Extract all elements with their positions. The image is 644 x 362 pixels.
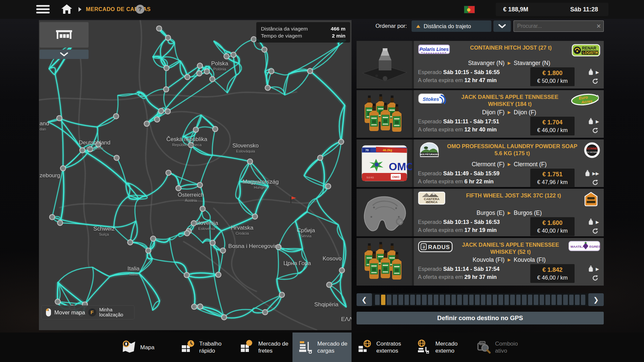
page-tick[interactable] [428,295,433,305]
page-tick[interactable] [481,295,486,305]
chevron-down-icon [60,52,68,57]
nav-tab-label: Mercado defretes [258,340,288,354]
nav-tab-label: Mercadoexterno [435,340,458,354]
page-tick[interactable] [410,295,415,305]
page-tick[interactable] [375,295,380,305]
urgency-chevron-icon: ▶ [596,220,599,225]
previous-page-button[interactable]: ❮ [357,293,372,306]
cargo-offer-card[interactable]: Stokes JACK DANIEL'S APPLE TENNESSEE WHI… [357,90,604,138]
cargo-image: 70 46.2kg OMO OMO 5.6 KG [357,139,412,187]
map-canvas[interactable] [39,20,352,330]
page-tick[interactable] [493,295,497,305]
page-tick[interactable] [522,295,527,305]
svg-text:OMO: OMO [389,161,412,173]
cargo-image [357,189,412,236]
page-tick[interactable] [475,295,480,305]
page-tick[interactable] [457,295,462,305]
page-tick[interactable] [504,295,509,305]
page-tick[interactable] [575,295,580,305]
page-tick[interactable] [534,295,538,305]
page-tick[interactable] [469,295,474,305]
trip-time-label: Tempo de viagem [261,32,302,39]
price-value: € 1.751 [530,170,575,178]
page-tick[interactable] [557,295,562,305]
my-location-label: Minha localização [99,307,130,317]
svg-text:LOGISTIK: LOGISTIK [583,51,599,55]
trip-time-value: 2 min [332,32,345,39]
next-page-button[interactable]: ❯ [588,293,604,306]
page-tick[interactable] [393,295,397,305]
map-layer-button[interactable] [40,22,89,48]
page-tick[interactable] [510,295,515,305]
route-arrow-icon: ▶ [507,257,511,262]
map-collapse-button[interactable] [40,50,89,59]
price-value: € 1.800 [530,69,575,77]
set-gps-destination-button[interactable]: Definir como destino no GPS [357,312,604,324]
nav-tab-quickjob[interactable]: Trabalhorápido [174,333,233,362]
nav-tab-label: Comboioativo [495,340,518,354]
page-tick[interactable] [405,295,409,305]
menu-icon[interactable] [36,5,50,14]
return-job-icon [592,275,598,281]
cargo-route: Stavanger (N)▶Stavanger (N) [418,60,600,67]
shipper-logo: NOS PÂTURAGES [418,142,441,159]
nav-tab-extmarket[interactable]: Mercadoexterno [411,333,470,362]
page-tick[interactable] [463,295,468,305]
cargo-route: Kouvola (FI)▶Kouvola (FI) [418,256,600,263]
trip-distance-label: Distância da viagem [261,25,308,32]
cargo-offer-card[interactable]: 70 46.2kg OMO OMO 5.6 KG NOS PÂTURAGES O… [357,139,604,187]
sort-dropdown-button[interactable] [493,20,511,32]
clear-search-icon[interactable]: ✕ [596,23,601,30]
page-tick[interactable] [551,295,556,305]
page-tick[interactable] [528,295,533,305]
money-balance: € 188,9M [503,6,528,13]
search-box: ✕ [514,20,604,32]
map-controls-hint: Mover mapa F Minha localização [41,305,135,319]
page-tick[interactable] [540,295,544,305]
nav-tab-extcontracts[interactable]: Contratosexternos [352,333,411,362]
page-tick[interactable] [563,295,568,305]
price-value: € 1.842 [530,266,575,274]
page-tick[interactable] [516,295,521,305]
cargo-times: Esperado Sáb 10:13 - Sáb 16:53 A oferta … [418,217,530,236]
sort-dropdown[interactable]: Distância do trajeto [412,20,491,32]
help-button[interactable]: ? [136,5,145,14]
page-tick[interactable] [422,295,427,305]
svg-text:RENAR: RENAR [582,46,596,51]
page-tick[interactable] [387,295,391,305]
page-tick[interactable] [581,295,586,305]
page-tick[interactable] [440,295,444,305]
page-tick[interactable] [545,295,550,305]
page-tick[interactable] [434,295,438,305]
page-tick-active[interactable] [381,295,386,305]
cargo-offer-card[interactable]: Ǝ RADUS JACK DANIEL'S APPLE TENNESSEE WH… [357,238,604,286]
urgency-chevrons-icon: ▶▶ [592,171,599,176]
page-tick[interactable] [398,295,403,305]
receiver-logo: RENAR LOGISTIK [572,43,600,59]
map-panel[interactable]: DeutschlandAlemanhaPolskaPolóniaČeská re… [39,20,352,330]
route-from: Kouvola (FI) [473,256,504,263]
pagination-bar: ❮ ❯ [357,293,604,306]
price-box: € 1.842 € 46,00 / km [530,264,575,283]
urgency-chevron-icon: ▶ [596,119,599,124]
game-time: Sáb 11:28 [570,6,598,13]
page-tick[interactable] [451,295,456,305]
cargo-offer-card[interactable]: CANTERA IBÉRICA FIFTH WHEEL JOST JSK 37C… [357,189,604,236]
cargo-offer-card[interactable]: Polaris Lines CONTAINER HITCH JOST (27 t… [357,41,604,88]
nav-tab-map[interactable]: Mapa [115,333,174,362]
route-arrow-icon: ▶ [507,61,511,65]
nav-tab-freight[interactable]: Mercado defretes [233,333,292,362]
page-tick[interactable] [498,295,503,305]
page-tick[interactable] [416,295,421,305]
page-tick[interactable] [569,295,574,305]
search-input[interactable] [514,21,603,32]
route-to: Stavanger (N) [514,60,550,66]
page-tick[interactable] [487,295,491,305]
cargo-title: FIFTH WHEEL JOST JSK 37C (122 t) [445,191,582,199]
page-tick[interactable] [445,295,450,305]
route-arrow-icon: ▶ [507,110,511,115]
move-map-label: Mover mapa [54,309,85,316]
home-icon[interactable] [61,4,72,14]
sort-by-label: Ordenar por: [357,23,407,29]
nav-tab-cargomkt[interactable]: Mercado decargas [292,333,352,362]
